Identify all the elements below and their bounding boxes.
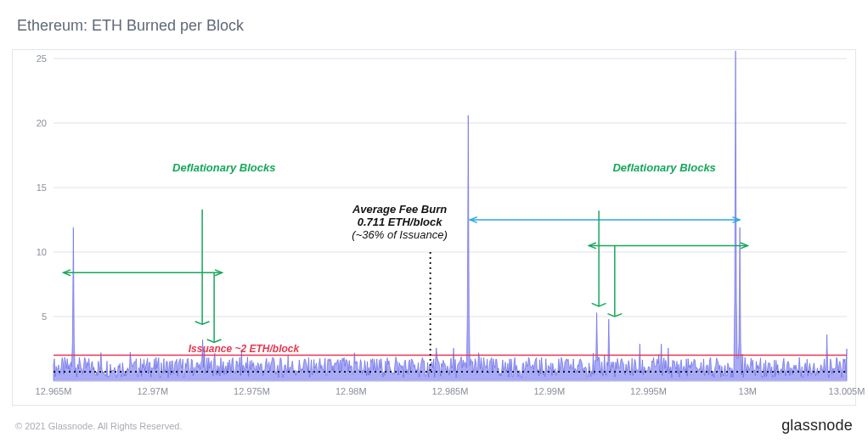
copyright-text: © 2021 Glassnode. All Rights Reserved. xyxy=(15,421,182,431)
y-tick: 10 xyxy=(37,247,47,257)
annotation-issuance: Issuance ~2 ETH/block xyxy=(189,344,299,356)
x-tick: 12.975M xyxy=(234,386,270,396)
annotation-deflationary-1: Deflationary Blocks xyxy=(172,162,275,175)
x-tick: 13.005M xyxy=(829,386,865,396)
y-tick: 20 xyxy=(37,118,47,128)
x-tick: 13M xyxy=(739,386,757,396)
x-tick: 12.98M xyxy=(335,386,367,396)
annotation-deflationary-2: Deflationary Blocks xyxy=(612,162,715,175)
x-tick: 12.99M xyxy=(533,386,565,396)
y-tick: 5 xyxy=(42,311,47,322)
plot-area: Deflationary Blocks Deflationary Blocks … xyxy=(54,59,847,381)
y-axis: 510152025 xyxy=(13,59,52,381)
footer: © 2021 Glassnode. All Rights Reserved. g… xyxy=(15,417,853,435)
chart-container: 510152025 Deflationary Blocks Deflationa… xyxy=(12,49,856,406)
brand-logo: glassnode xyxy=(781,417,853,435)
page-title: Ethereum: ETH Burned per Block xyxy=(0,0,868,35)
x-axis: 12.965M12.97M12.975M12.98M12.985M12.99M1… xyxy=(54,383,847,405)
x-tick: 12.97M xyxy=(137,386,168,396)
x-tick: 12.965M xyxy=(36,386,72,396)
x-tick: 12.995M xyxy=(630,386,667,396)
y-tick: 15 xyxy=(37,182,47,193)
x-tick: 12.985M xyxy=(432,386,469,396)
annotation-avg-fee: Average Fee Burn 0.711 ETH/block (~36% o… xyxy=(324,204,476,242)
y-tick: 25 xyxy=(37,53,47,64)
